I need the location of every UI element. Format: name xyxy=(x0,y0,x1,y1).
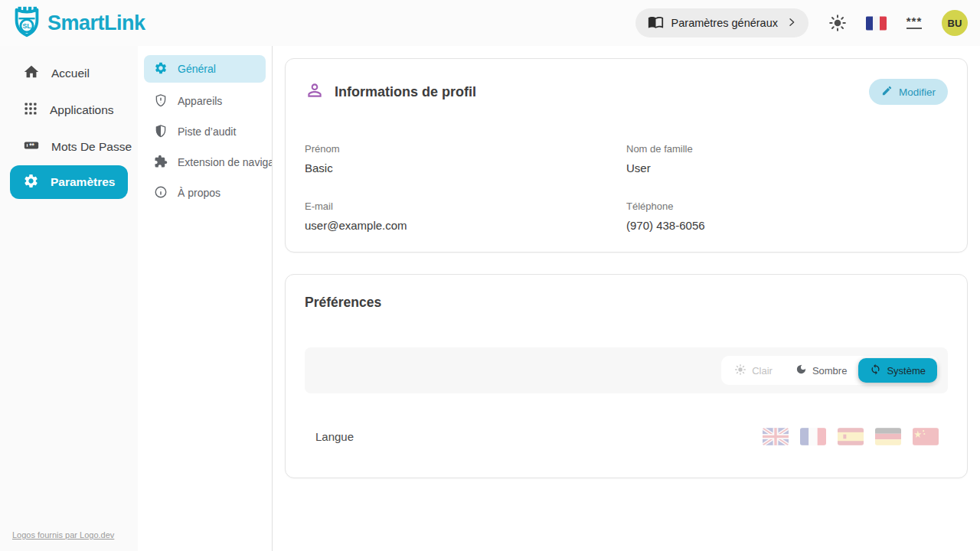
user-avatar[interactable]: BU xyxy=(942,10,968,36)
field-label: Prénom xyxy=(305,143,626,155)
settings-sidebar: Général Appareils Piste d’audit Extensio… xyxy=(138,46,273,551)
pencil-icon xyxy=(881,85,893,99)
shield-alert-icon xyxy=(154,93,168,109)
logo-credit-link[interactable]: Logos fournis par Logo.dev xyxy=(12,530,114,540)
settings-nav-piste-audit[interactable]: Piste d’audit xyxy=(138,116,272,147)
language-label: Langue xyxy=(315,430,354,443)
theme-option-systeme[interactable]: Système xyxy=(858,358,937,383)
profile-card-title: Informations de profil xyxy=(335,84,476,100)
top-header: SL SmartLink Paramètres généraux xyxy=(0,0,980,46)
theme-toggle-group: Clair Sombre Systè xyxy=(721,356,939,385)
gear-icon xyxy=(23,173,39,192)
gear-icon xyxy=(154,61,168,77)
theme-option-sombre[interactable]: Sombre xyxy=(784,358,859,383)
sync-icon xyxy=(870,364,881,377)
settings-nav-extension[interactable]: Extension de navigateur xyxy=(138,147,272,178)
settings-nav-a-propos[interactable]: À propos xyxy=(138,178,272,208)
field-nom-de-famille: Nom de famille User xyxy=(626,143,948,174)
sidebar-item-mots-de-passe[interactable]: ** Mots De Passe xyxy=(0,129,138,165)
language-preference-row: Langue xyxy=(305,415,948,458)
main-content: Informations de profil Modifier Prénom B… xyxy=(273,46,980,551)
field-label: Nom de famille xyxy=(626,143,948,155)
germany-flag-icon[interactable] xyxy=(875,428,901,445)
spain-flag-icon[interactable] xyxy=(838,428,864,445)
home-icon xyxy=(23,64,40,83)
preferences-card: Préférences xyxy=(285,274,968,478)
field-prenom: Prénom Basic xyxy=(305,143,626,174)
field-value: Basic xyxy=(305,161,626,174)
password-field-icon: ** xyxy=(23,137,40,157)
chevron-right-icon xyxy=(786,16,798,31)
field-email: E-mail user@example.com xyxy=(305,201,626,232)
open-book-icon xyxy=(648,14,664,32)
shield-half-icon xyxy=(154,124,168,140)
person-icon xyxy=(305,80,325,103)
field-telephone: Téléphone (970) 438-6056 xyxy=(626,201,948,232)
field-label: Téléphone xyxy=(626,201,948,212)
field-label: E-mail xyxy=(305,201,626,212)
password-asterisks-icon[interactable]: *** xyxy=(903,12,925,34)
svg-text:SL: SL xyxy=(22,22,31,30)
field-value: (970) 438-6056 xyxy=(626,219,948,232)
edit-profile-button[interactable]: Modifier xyxy=(869,79,948,105)
brand-name: SmartLink xyxy=(47,11,145,35)
brand[interactable]: SL SmartLink xyxy=(9,4,145,42)
apps-grid-icon xyxy=(23,101,38,119)
sidebar-item-applications[interactable]: Applications xyxy=(0,92,138,129)
sidebar-item-accueil[interactable]: Accueil xyxy=(0,55,138,92)
preferences-card-title: Préférences xyxy=(305,295,948,311)
puzzle-icon xyxy=(154,155,168,171)
sidebar-item-parametres[interactable]: Paramètres xyxy=(10,165,128,199)
settings-nav-appareils[interactable]: Appareils xyxy=(138,86,272,116)
general-settings-label: Paramètres généraux xyxy=(671,17,778,29)
france-flag-icon[interactable] xyxy=(800,428,826,445)
field-value: User xyxy=(626,161,948,174)
main-sidebar: Accueil Applications ** Mots De Passe xyxy=(0,46,138,551)
theme-option-clair[interactable]: Clair xyxy=(723,358,784,383)
general-settings-button[interactable]: Paramètres généraux xyxy=(635,8,808,37)
sun-icon xyxy=(734,364,746,378)
china-flag-icon[interactable] xyxy=(913,428,939,445)
language-selector-button[interactable] xyxy=(865,12,887,34)
theme-sun-icon[interactable] xyxy=(827,12,848,34)
moon-icon xyxy=(795,364,807,377)
language-flag-list xyxy=(763,428,939,445)
profile-fields: Prénom Basic Nom de famille User E-mail … xyxy=(305,143,948,232)
header-actions: Paramètres généraux xyxy=(635,8,968,37)
profile-card: Informations de profil Modifier Prénom B… xyxy=(285,58,968,253)
field-value: user@example.com xyxy=(305,219,626,232)
info-icon xyxy=(154,185,168,201)
settings-nav-general[interactable]: Général xyxy=(144,55,266,83)
smartlink-logo-icon: SL xyxy=(9,4,44,42)
svg-text:**: ** xyxy=(29,142,34,149)
theme-preference-row: Clair Sombre Systè xyxy=(305,347,948,393)
united-kingdom-flag-icon[interactable] xyxy=(763,428,789,445)
france-flag-icon xyxy=(866,16,887,31)
